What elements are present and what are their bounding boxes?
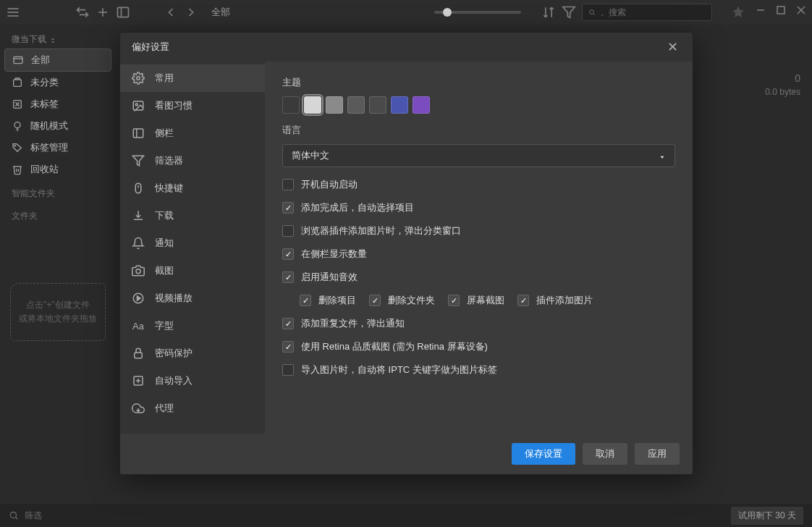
check-popup[interactable]: 浏览器插件添加图片时，弹出分类窗口 (282, 219, 675, 243)
font-icon: Aa (132, 319, 145, 332)
nav-autoimport[interactable]: 自动导入 (120, 367, 265, 395)
checkbox[interactable] (282, 179, 294, 190)
swatch-gray2[interactable] (347, 96, 365, 114)
nav-label: 筛选器 (155, 154, 183, 167)
chevron-down-icon (659, 152, 666, 159)
checkbox[interactable] (282, 364, 294, 376)
checkbox[interactable] (517, 295, 529, 306)
checkbox[interactable] (282, 271, 294, 283)
checkbox[interactable] (282, 341, 294, 353)
modal-header: 偏好设置 ✕ (120, 33, 693, 62)
checkbox[interactable] (448, 295, 460, 306)
nav-viewing[interactable]: 看图习惯 (120, 92, 265, 119)
mouse-icon (132, 182, 145, 195)
nav-label: 视频播放 (155, 292, 193, 305)
preferences-modal: 偏好设置 ✕ 常用 看图习惯 侧栏 筛选器 快捷键 下载 通知 截图 视频播放 … (119, 32, 693, 475)
check-iptc[interactable]: 导入图片时，自动将 IPTC 关键字做为图片标签 (282, 358, 675, 381)
svg-marker-34 (133, 156, 144, 166)
svg-rect-40 (135, 353, 143, 358)
checkbox[interactable] (282, 225, 294, 237)
check-notifysound[interactable]: 启用通知音效 (282, 266, 675, 289)
nav-download[interactable]: 下载 (120, 202, 265, 229)
check-retina[interactable]: 使用 Retina 品质截图 (需为 Retina 屏幕设备) (282, 335, 675, 358)
check-autoselect[interactable]: 添加完成后，自动选择项目 (282, 196, 675, 219)
download-icon (132, 209, 145, 222)
language-select[interactable]: 简体中文 (282, 144, 675, 167)
svg-rect-35 (135, 183, 141, 193)
nav-label: 侧栏 (155, 127, 174, 140)
nav-filter[interactable]: 筛选器 (120, 147, 265, 174)
checkbox[interactable] (282, 202, 294, 214)
nav-label: 截图 (155, 264, 174, 277)
nav-notify[interactable]: 通知 (120, 229, 265, 257)
nav-label: 快捷键 (155, 182, 183, 195)
check-showcount[interactable]: 在侧栏显示数量 (282, 243, 675, 266)
swatch-gray1[interactable] (326, 96, 343, 114)
theme-swatches (282, 96, 675, 114)
camera-icon (132, 264, 145, 277)
funnel-icon (132, 154, 145, 167)
checkbox[interactable] (300, 295, 311, 306)
check-sub-screenshot[interactable]: 屏幕截图 (448, 294, 504, 307)
swatch-dark[interactable] (282, 96, 300, 114)
import-icon (132, 374, 145, 387)
nav-sidebar[interactable]: 侧栏 (120, 119, 265, 147)
cancel-button[interactable]: 取消 (583, 443, 627, 465)
save-button[interactable]: 保存设置 (512, 443, 575, 465)
svg-point-29 (137, 77, 140, 80)
svg-marker-44 (661, 156, 664, 159)
svg-marker-39 (138, 296, 141, 300)
modal-content: 主题 语言 简体中文 开机自动启动 添加完成后，自动选择项目 浏览器插件添加图片… (265, 62, 693, 434)
check-autostart[interactable]: 开机自动启动 (282, 173, 675, 196)
nav-general[interactable]: 常用 (120, 64, 265, 92)
checkbox[interactable] (282, 248, 294, 260)
nav-label: 字型 (155, 319, 174, 332)
theme-label: 主题 (282, 76, 675, 89)
nav-proxy[interactable]: 代理 (120, 395, 265, 422)
check-sub-plugin[interactable]: 插件添加图片 (517, 294, 593, 307)
nav-screenshot[interactable]: 截图 (120, 257, 265, 284)
lock-icon (132, 347, 145, 360)
notify-subgroup: 删除项目 删除文件夹 屏幕截图 插件添加图片 (300, 289, 675, 312)
gear-icon (132, 72, 145, 85)
modal-footer: 保存设置 取消 应用 (120, 434, 693, 474)
sidebar-icon (132, 127, 145, 140)
check-sub-delete[interactable]: 删除项目 (300, 294, 356, 307)
swatch-light[interactable] (304, 96, 321, 114)
nav-label: 自动导入 (155, 374, 193, 387)
play-icon (132, 292, 145, 305)
checkbox[interactable] (282, 318, 294, 329)
nav-label: 通知 (155, 237, 174, 250)
cloud-icon (132, 402, 145, 415)
nav-label: 代理 (155, 402, 174, 415)
svg-point-37 (136, 269, 140, 274)
modal-nav: 常用 看图习惯 侧栏 筛选器 快捷键 下载 通知 截图 视频播放 Aa字型 密码… (120, 62, 265, 434)
nav-shortcuts[interactable]: 快捷键 (120, 174, 265, 202)
nav-font[interactable]: Aa字型 (120, 312, 265, 340)
language-value: 简体中文 (292, 149, 329, 162)
nav-video[interactable]: 视频播放 (120, 284, 265, 312)
nav-password[interactable]: 密码保护 (120, 340, 265, 367)
check-sub-deletefolder[interactable]: 删除文件夹 (369, 294, 435, 307)
nav-label: 看图习惯 (155, 99, 193, 112)
swatch-gray3[interactable] (369, 96, 386, 114)
modal-title: 偏好设置 (132, 41, 169, 54)
image-icon (132, 99, 145, 112)
apply-button[interactable]: 应用 (635, 443, 680, 465)
svg-point-31 (135, 104, 138, 106)
bell-icon (132, 237, 145, 250)
svg-rect-32 (133, 129, 143, 138)
modal-close-button[interactable]: ✕ (664, 38, 681, 56)
nav-label: 密码保护 (155, 347, 193, 360)
nav-label: 下载 (155, 209, 174, 222)
swatch-blue[interactable] (391, 96, 408, 114)
language-label: 语言 (282, 124, 675, 137)
swatch-purple[interactable] (413, 96, 430, 114)
checkbox[interactable] (369, 295, 381, 306)
check-dupnotify[interactable]: 添加重复文件，弹出通知 (282, 312, 675, 335)
nav-label: 常用 (155, 72, 174, 85)
